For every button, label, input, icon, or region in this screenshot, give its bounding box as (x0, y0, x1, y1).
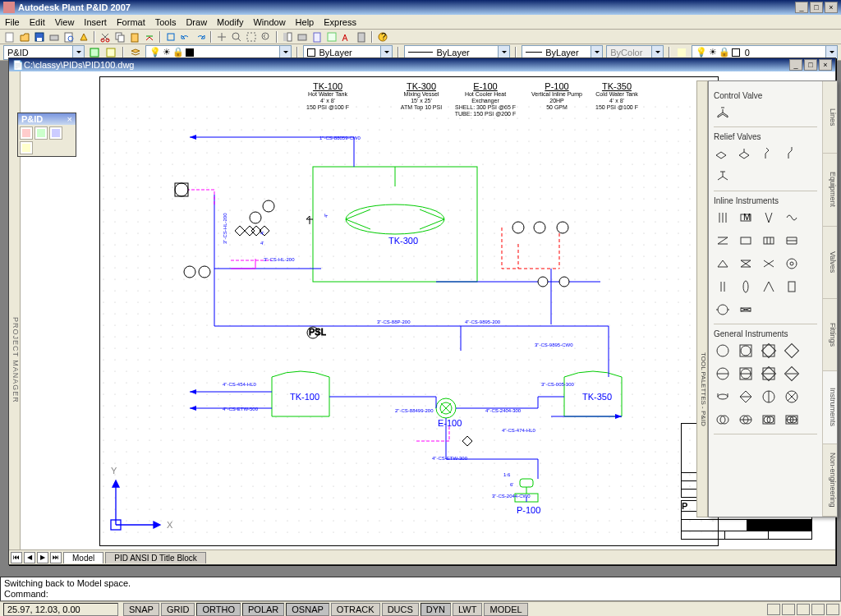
palette-ii9-icon[interactable] (714, 255, 732, 273)
new-icon[interactable] (3, 30, 16, 44)
zoom-rt-icon[interactable] (230, 30, 243, 44)
minimize-button[interactable]: _ (795, 2, 808, 13)
palette-gi4-icon[interactable] (783, 342, 801, 360)
palette-ii6-icon[interactable] (737, 232, 755, 250)
palette-rv2-icon[interactable] (737, 145, 755, 163)
palette-ii3-icon[interactable] (760, 209, 778, 227)
palette-tab-non-engineering[interactable]: Non-engineering (823, 444, 837, 517)
open-icon[interactable] (18, 30, 31, 44)
dc-icon[interactable] (296, 30, 309, 44)
calc-icon[interactable] (355, 30, 368, 44)
doc-maximize-button[interactable]: □ (804, 59, 817, 71)
tp-icon[interactable] (310, 30, 324, 44)
paste-icon[interactable] (128, 30, 141, 44)
palette-gi14-icon[interactable] (737, 411, 755, 429)
palette-gi13-icon[interactable] (714, 411, 732, 429)
palette-gi5-icon[interactable] (714, 365, 732, 383)
doc-minimize-button[interactable]: _ (789, 59, 802, 71)
status-comm-icon[interactable] (767, 604, 780, 615)
menu-insert[interactable]: Insert (84, 17, 107, 27)
cut-icon[interactable] (99, 30, 112, 44)
zoom-prev-icon[interactable] (260, 30, 273, 44)
palette-gi6-icon[interactable] (737, 365, 755, 383)
palette-ii17-icon[interactable] (714, 301, 732, 319)
menu-tools[interactable]: Tools (155, 17, 177, 27)
status-toggle-model[interactable]: MODEL (484, 603, 527, 616)
status-toggle-lwt[interactable]: LWT (453, 603, 482, 616)
menu-help[interactable]: Help (296, 17, 315, 27)
copy-icon[interactable] (113, 30, 126, 44)
palette-ii14-icon[interactable] (737, 278, 755, 296)
palette-ii10-icon[interactable] (737, 255, 755, 273)
palette-gi15-icon[interactable] (760, 411, 778, 429)
maximize-button[interactable]: □ (810, 2, 823, 13)
menu-express[interactable]: Express (324, 17, 356, 27)
menu-modify[interactable]: Modify (217, 17, 243, 27)
status-lock-icon[interactable] (782, 604, 795, 615)
plot-icon[interactable] (48, 30, 61, 44)
palette-rv4-icon[interactable] (783, 145, 801, 163)
palette-gi1-icon[interactable] (714, 342, 732, 360)
pid-tool4-icon[interactable] (20, 141, 33, 154)
status-toggle-otrack[interactable]: OTRACK (331, 603, 380, 616)
palette-gi11-icon[interactable] (760, 388, 778, 406)
palette-ii2-icon[interactable]: M (737, 209, 755, 227)
palette-ii4-icon[interactable] (783, 209, 801, 227)
palette-ii8-icon[interactable] (783, 232, 801, 250)
palette-tab-valves[interactable]: Valves (823, 227, 837, 299)
pan-icon[interactable] (215, 30, 228, 44)
menu-draw[interactable]: Draw (186, 17, 207, 27)
palette-gi2-icon[interactable] (737, 342, 755, 360)
status-toggle-dyn[interactable]: DYN (420, 603, 451, 616)
tab-layout1[interactable]: PID ANSI D Title Block (105, 552, 206, 563)
command-line[interactable]: Switching back to Model space. Command: (0, 577, 841, 601)
palette-ii15-icon[interactable] (760, 278, 778, 296)
status-tray-icon[interactable] (797, 604, 810, 615)
status-toggle-grid[interactable]: GRID (161, 603, 195, 616)
menu-view[interactable]: View (55, 17, 75, 27)
palette-ii11-icon[interactable] (760, 255, 778, 273)
doc-close-button[interactable]: × (819, 59, 832, 71)
palette-tab-instruments[interactable]: Instruments (823, 371, 837, 444)
tab-model[interactable]: Model (63, 552, 103, 563)
palette-gi3-icon[interactable] (760, 342, 778, 360)
preview-icon[interactable] (62, 30, 76, 44)
props-icon[interactable] (281, 30, 294, 44)
status-toggle-polar[interactable]: POLAR (242, 603, 284, 616)
palette-tab-equipment[interactable]: Equipment (823, 154, 837, 226)
palette-ctlvalve-icon[interactable] (714, 103, 732, 122)
tab-last-button[interactable]: ⏭ (50, 552, 62, 563)
palette-gi7-icon[interactable] (760, 365, 778, 383)
pid-tool1-icon[interactable] (20, 126, 33, 140)
undo-icon[interactable] (179, 30, 192, 44)
markup-icon[interactable] (340, 30, 353, 44)
publish-icon[interactable] (77, 30, 90, 44)
redo-icon[interactable] (194, 30, 207, 44)
match-icon[interactable] (143, 30, 156, 44)
status-max-icon[interactable] (826, 604, 839, 615)
palette-gi9-icon[interactable] (714, 388, 732, 406)
ssm-icon[interactable] (325, 30, 338, 44)
palette-ii18-icon[interactable] (737, 301, 755, 319)
status-toggle-ortho[interactable]: ORTHO (196, 603, 241, 616)
palette-rv3-icon[interactable] (760, 145, 778, 163)
help-icon[interactable]: ? (376, 30, 389, 44)
block-icon[interactable] (164, 30, 177, 44)
status-toggle-ducs[interactable]: DUCS (382, 603, 419, 616)
palette-ii16-icon[interactable] (783, 278, 801, 296)
tool-palettes-strip[interactable]: TOOL PALETTES - P&ID (696, 80, 708, 517)
palette-gi10-icon[interactable] (737, 388, 755, 406)
palette-ii12-icon[interactable] (783, 255, 801, 273)
palette-ii1-icon[interactable] (714, 209, 732, 227)
pid-tool2-icon[interactable] (34, 126, 48, 140)
palette-rv5-icon[interactable] (714, 168, 732, 186)
status-toggle-osnap[interactable]: OSNAP (286, 603, 329, 616)
toolbox-close-icon[interactable]: × (67, 114, 72, 124)
save-icon[interactable] (33, 30, 46, 44)
palette-tab-fittings[interactable]: Fittings (823, 299, 837, 371)
close-button[interactable]: × (825, 2, 838, 13)
palette-gi8-icon[interactable] (783, 365, 801, 383)
status-annot-icon[interactable] (811, 604, 825, 615)
palette-tab-lines[interactable]: Lines (823, 81, 837, 154)
palette-rv1-icon[interactable] (714, 145, 732, 163)
